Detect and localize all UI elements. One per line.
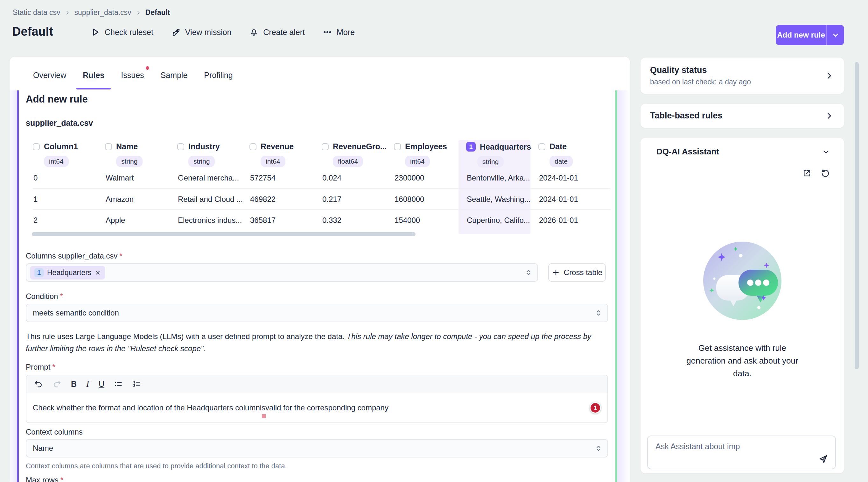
prompt-text-area[interactable]: Check whether the format and location of…	[26, 393, 608, 422]
column-checkbox[interactable]	[249, 143, 256, 150]
cross-table-label: Cross table	[564, 268, 602, 277]
column-type-badge: float64	[333, 156, 363, 167]
underline-button[interactable]: U	[99, 380, 104, 389]
quality-status-subtitle: based on last check: a day ago	[650, 78, 835, 86]
column-type-badge: int64	[260, 156, 285, 167]
add-new-rule-dropdown[interactable]	[826, 25, 844, 45]
assistant-header[interactable]: DQ-AI Assistant	[656, 147, 830, 157]
issues-notification-dot	[146, 66, 149, 70]
chevron-right-icon	[825, 112, 833, 120]
reset-conversation-icon[interactable]	[820, 169, 830, 178]
redo-icon[interactable]	[53, 380, 61, 389]
breadcrumb-item-catalog[interactable]: Static data csv	[13, 8, 60, 17]
tab-bar: Overview Rules Issues Sample Profiling	[33, 68, 233, 83]
column-type-badge: date	[550, 156, 573, 167]
tab-issues-label: Issues	[121, 71, 144, 80]
condition-value: meets semantic condition	[33, 308, 119, 318]
cell: 2026-01-01	[538, 216, 611, 225]
assistant-toolbar	[802, 169, 830, 178]
prompt-rich-text-editor: B I U Check whether the format and locat…	[26, 375, 608, 423]
column-type-badge: int64	[405, 156, 430, 167]
bold-button[interactable]: B	[71, 380, 77, 389]
assistant-illustration	[703, 242, 781, 320]
quality-status-card[interactable]: Quality status based on last check: a da…	[641, 58, 844, 94]
assistant-caption: Get assistance with rule generation and …	[641, 341, 844, 380]
assistant-title: DQ-AI Assistant	[656, 147, 719, 157]
context-columns-label: Context columns	[26, 427, 83, 436]
view-mission-button[interactable]: View mission	[171, 27, 231, 37]
cell: 1	[33, 195, 105, 204]
numbered-list-icon[interactable]	[132, 380, 141, 389]
selected-column-tag[interactable]: 1 Headquarters	[30, 266, 105, 279]
cell: Seattle, Washing...	[466, 195, 538, 204]
context-columns-help: Context columns are columns that are use…	[26, 462, 287, 470]
prompt-text-after: valid for the corresponding company	[266, 403, 389, 412]
column-header: Column1	[44, 142, 78, 151]
columns-multiselect[interactable]: 1 Headquarters	[26, 263, 538, 282]
column-checkbox[interactable]	[322, 143, 329, 150]
send-icon[interactable]	[818, 454, 828, 464]
column-type-badge: string	[477, 156, 504, 168]
add-new-rule-button[interactable]: Add new rule	[776, 25, 844, 45]
cross-table-button[interactable]: Cross table	[548, 263, 606, 282]
context-columns-select[interactable]: Name	[26, 439, 608, 457]
cell: Amazon	[105, 195, 177, 204]
condition-select[interactable]: meets semantic condition	[26, 304, 608, 322]
column-header: Industry	[188, 142, 220, 151]
column-type-badge: int64	[44, 156, 69, 167]
create-alert-button[interactable]: Create alert	[249, 27, 305, 37]
plus-icon	[552, 268, 560, 277]
column-checkbox[interactable]	[394, 143, 401, 150]
table-based-rules-card[interactable]: Table-based rules	[641, 104, 844, 128]
chevron-down-icon	[831, 31, 840, 39]
check-ruleset-label: Check ruleset	[105, 28, 153, 37]
tab-overview[interactable]: Overview	[33, 68, 66, 83]
more-label: More	[337, 28, 355, 37]
add-new-rule-label[interactable]: Add new rule	[776, 31, 826, 39]
open-external-icon[interactable]	[802, 169, 812, 178]
italic-button[interactable]: I	[86, 379, 89, 389]
prompt-text-before: Check whether the format and location of…	[33, 403, 260, 412]
cell: Apple	[105, 216, 177, 225]
preview-table-header: Column1int64 Namestring Industrystring R…	[33, 142, 611, 168]
cell: 572754	[249, 174, 322, 182]
sidebar-scrollbar[interactable]	[855, 62, 859, 369]
ruleset-panel: Overview Rules Issues Sample Profiling A…	[9, 57, 630, 482]
assistant-chat-input[interactable]: Ask Assistant about imp	[647, 435, 836, 469]
more-button[interactable]: More	[323, 27, 355, 37]
create-alert-label: Create alert	[263, 28, 305, 37]
condition-field-label: Condition*	[26, 292, 63, 301]
cell: 2	[33, 216, 105, 225]
dq-ai-assistant-panel: DQ-AI Assistant	[641, 138, 844, 473]
column-checkbox[interactable]	[538, 143, 545, 150]
table-name: supplier_data.csv	[26, 118, 93, 128]
horizontal-scrollbar[interactable]	[32, 232, 415, 236]
column-checkbox[interactable]	[177, 143, 184, 150]
chevron-right-icon	[65, 10, 70, 15]
context-columns-value: Name	[33, 444, 53, 453]
required-asterisk: *	[119, 251, 122, 260]
breadcrumb-item-table[interactable]: supplier_data.csv	[74, 8, 131, 17]
undo-icon[interactable]	[34, 380, 43, 389]
tab-profiling[interactable]: Profiling	[204, 68, 232, 83]
tab-rules[interactable]: Rules	[83, 68, 104, 83]
select-stepper-icon	[595, 308, 602, 318]
column-checkbox[interactable]	[33, 143, 40, 150]
remove-tag-icon[interactable]	[95, 270, 101, 276]
cell: Cupertino, Califo...	[466, 216, 538, 225]
selected-column-order-badge[interactable]: 1	[466, 142, 476, 152]
cell: Walmart	[105, 174, 177, 182]
cell: 0.217	[322, 195, 394, 204]
cell: Retail and Cloud ...	[177, 195, 249, 204]
check-ruleset-button[interactable]: Check ruleset	[91, 27, 153, 37]
column-checkbox[interactable]	[105, 143, 112, 150]
tab-issues[interactable]: Issues	[121, 68, 144, 83]
tab-sample[interactable]: Sample	[161, 68, 188, 83]
cell: 2024-01-01	[538, 174, 611, 182]
bullet-list-icon[interactable]	[114, 380, 123, 389]
issue-count-badge[interactable]: 1	[590, 402, 601, 414]
preview-table-body: 0WalmartGeneral mercha...5727540.0242300…	[33, 168, 611, 231]
select-stepper-icon	[525, 268, 532, 277]
cell: 2300000	[394, 174, 466, 182]
prompt-field-label: Prompt*	[26, 363, 55, 371]
